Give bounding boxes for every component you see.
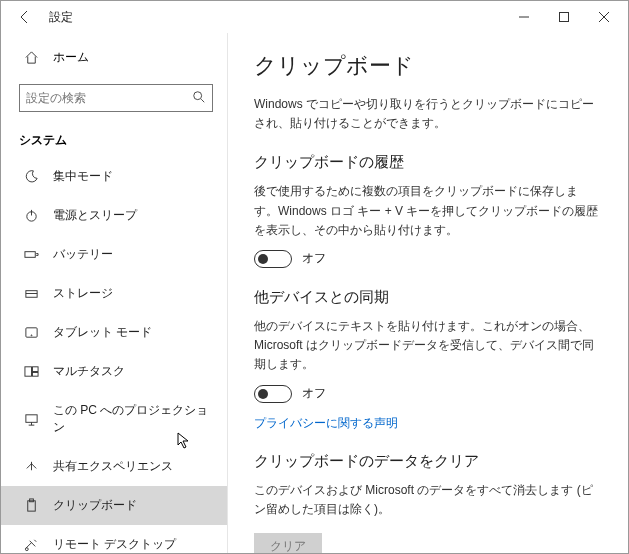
svg-point-13 bbox=[25, 548, 28, 551]
sync-heading: 他デバイスとの同期 bbox=[254, 288, 600, 307]
sync-toggle[interactable] bbox=[254, 385, 292, 403]
sidebar-item-tablet[interactable]: タブレット モード bbox=[1, 313, 227, 352]
sidebar-item-label: 電源とスリープ bbox=[53, 207, 137, 224]
sidebar-item-focus[interactable]: 集中モード bbox=[1, 157, 227, 196]
sidebar: ホーム システム 集中モード 電源とスリープ バッテリー ストレージ タブレット bbox=[1, 33, 228, 553]
search-input[interactable] bbox=[26, 91, 192, 105]
sidebar-item-remote[interactable]: リモート デスクトップ bbox=[1, 525, 227, 553]
sidebar-item-label: クリップボード bbox=[53, 497, 137, 514]
close-button[interactable] bbox=[584, 3, 624, 31]
home-label: ホーム bbox=[53, 49, 89, 66]
storage-icon bbox=[23, 286, 39, 302]
history-heading: クリップボードの履歴 bbox=[254, 153, 600, 172]
sidebar-item-label: タブレット モード bbox=[53, 324, 152, 341]
svg-point-6 bbox=[31, 335, 32, 336]
sync-desc: 他のデバイスにテキストを貼り付けます。これがオンの場合、Microsoft はク… bbox=[254, 317, 600, 375]
battery-icon bbox=[23, 247, 39, 263]
history-toggle-label: オフ bbox=[302, 250, 326, 267]
sidebar-item-label: ストレージ bbox=[53, 285, 113, 302]
sidebar-item-battery[interactable]: バッテリー bbox=[1, 235, 227, 274]
page-title: クリップボード bbox=[254, 51, 600, 81]
svg-rect-3 bbox=[24, 252, 34, 258]
moon-icon bbox=[23, 169, 39, 185]
search-icon bbox=[192, 90, 206, 107]
sidebar-item-shared[interactable]: 共有エクスペリエンス bbox=[1, 447, 227, 486]
sidebar-item-clipboard[interactable]: クリップボード bbox=[1, 486, 227, 525]
history-desc: 後で使用するために複数の項目をクリップボードに保存します。Windows ロゴ … bbox=[254, 182, 600, 240]
sidebar-item-multitask[interactable]: マルチタスク bbox=[1, 352, 227, 391]
minimize-button[interactable] bbox=[504, 3, 544, 31]
home-button[interactable]: ホーム bbox=[1, 39, 227, 76]
svg-rect-10 bbox=[25, 414, 36, 422]
sidebar-item-label: 共有エクスペリエンス bbox=[53, 458, 173, 475]
sidebar-item-label: マルチタスク bbox=[53, 363, 125, 380]
sidebar-item-label: この PC へのプロジェクション bbox=[53, 402, 217, 436]
sidebar-item-label: バッテリー bbox=[53, 246, 113, 263]
clear-button[interactable]: クリア bbox=[254, 533, 322, 553]
window-title: 設定 bbox=[49, 9, 73, 26]
maximize-button[interactable] bbox=[544, 3, 584, 31]
clipboard-icon bbox=[23, 498, 39, 514]
sidebar-item-power[interactable]: 電源とスリープ bbox=[1, 196, 227, 235]
sidebar-item-projection[interactable]: この PC へのプロジェクション bbox=[1, 391, 227, 447]
search-box[interactable] bbox=[19, 84, 213, 112]
privacy-link[interactable]: プライバシーに関する声明 bbox=[254, 415, 398, 432]
back-button[interactable] bbox=[11, 3, 39, 31]
history-toggle[interactable] bbox=[254, 250, 292, 268]
sidebar-item-label: リモート デスクトップ bbox=[53, 536, 176, 553]
clear-heading: クリップボードのデータをクリア bbox=[254, 452, 600, 471]
power-icon bbox=[23, 208, 39, 224]
home-icon bbox=[23, 50, 39, 66]
page-intro: Windows でコピーや切り取りを行うとクリップボードにコピーされ、貼り付ける… bbox=[254, 95, 600, 133]
tablet-icon bbox=[23, 325, 39, 341]
sidebar-item-label: 集中モード bbox=[53, 168, 113, 185]
window-controls bbox=[504, 3, 624, 31]
svg-rect-8 bbox=[32, 367, 38, 372]
titlebar: 設定 bbox=[1, 1, 628, 33]
main-panel: クリップボード Windows でコピーや切り取りを行うとクリップボードにコピー… bbox=[228, 33, 628, 553]
remote-icon bbox=[23, 537, 39, 553]
share-icon bbox=[23, 459, 39, 475]
svg-rect-11 bbox=[27, 501, 35, 511]
svg-rect-9 bbox=[32, 372, 38, 376]
svg-rect-0 bbox=[560, 13, 569, 22]
sidebar-item-storage[interactable]: ストレージ bbox=[1, 274, 227, 313]
sidebar-section: システム bbox=[1, 124, 227, 157]
clear-desc: このデバイスおよび Microsoft のデータをすべて消去します (ピン留めし… bbox=[254, 481, 600, 519]
sync-toggle-label: オフ bbox=[302, 385, 326, 402]
project-icon bbox=[23, 411, 39, 427]
svg-point-1 bbox=[194, 91, 202, 99]
svg-rect-7 bbox=[24, 367, 31, 376]
multitask-icon bbox=[23, 364, 39, 380]
